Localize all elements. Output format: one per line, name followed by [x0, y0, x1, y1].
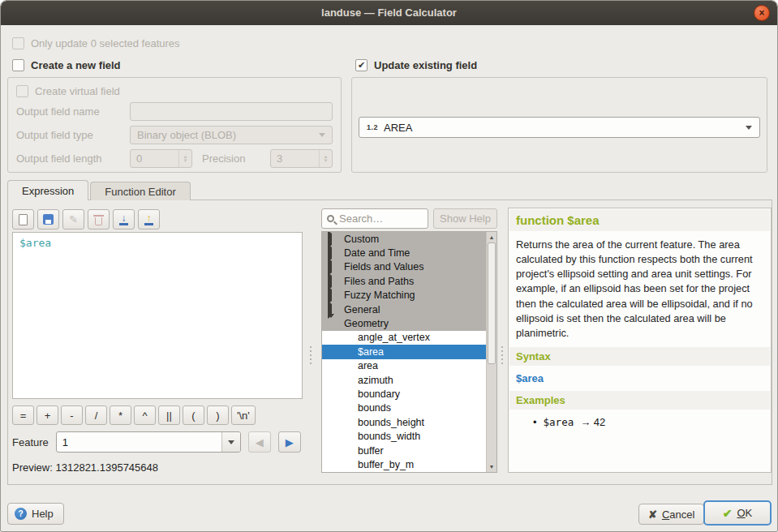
function-item-buffer[interactable]: buffer	[322, 444, 496, 457]
function-item-azimuth[interactable]: azimuth	[322, 373, 496, 387]
expression-editor[interactable]: $area	[12, 232, 303, 399]
create-new-field-checkbox-row[interactable]: Create a new field	[12, 59, 121, 71]
help-icon: ?	[15, 508, 27, 520]
function-item-bounds-width[interactable]: bounds_width	[322, 429, 496, 443]
operator-minus-button[interactable]: -	[61, 405, 83, 425]
pencil-icon: ✎	[69, 213, 78, 225]
existing-field-select[interactable]: 1.2 AREA	[359, 117, 760, 138]
trash-icon	[95, 217, 102, 225]
help-button[interactable]: ? Help	[7, 503, 64, 525]
feature-combobox[interactable]	[56, 431, 241, 453]
function-item-angle-at-vertex[interactable]: angle_at_vertex	[322, 331, 496, 345]
tab-bar: Expression Function Editor	[7, 180, 191, 200]
operator-open-paren-button[interactable]: (	[183, 405, 204, 425]
delete-expression-button[interactable]	[88, 209, 110, 230]
output-field-type-row: Output field type Binary object (BLOB)	[16, 126, 333, 144]
preview-label: Preview:	[12, 461, 53, 474]
operator-close-paren-button[interactable]: )	[207, 405, 229, 425]
triangle-right-icon	[328, 261, 336, 272]
help-syntax-heading: Syntax	[509, 347, 770, 366]
triangle-right-icon	[328, 247, 336, 259]
output-field-length-value: 0	[136, 152, 142, 165]
spinner-arrows-icon[interactable]: ▲▼	[178, 150, 191, 167]
operator-equals-button[interactable]: =	[12, 405, 34, 425]
splitter-handle[interactable]	[501, 346, 503, 364]
function-group-files-paths[interactable]: Files and Paths	[322, 274, 496, 288]
operator-concat-button[interactable]: ||	[158, 405, 180, 425]
function-group-fields-values[interactable]: Fields and Values	[322, 260, 496, 274]
virtual-field-row: Create virtual field	[16, 85, 333, 97]
show-help-button[interactable]: Show Help	[433, 208, 497, 229]
new-expression-button[interactable]	[12, 209, 34, 230]
new-field-group: Create virtual field Output field name O…	[7, 77, 342, 173]
only-update-checkbox-row[interactable]: Only update 0 selected features	[12, 37, 180, 49]
help-syntax-code: $area	[509, 366, 771, 391]
spinner-arrows-icon[interactable]: ▲▼	[319, 150, 332, 167]
feature-label: Feature	[12, 436, 49, 448]
ok-button-label: OK	[737, 507, 752, 519]
update-existing-field-checkbox[interactable]: ✔	[355, 59, 368, 71]
output-field-length-spinner[interactable]: 0 ▲▼	[130, 149, 192, 168]
update-existing-field-checkbox-row[interactable]: ✔ Update existing field	[355, 59, 477, 71]
operator-newline-button[interactable]: '\n'	[231, 405, 256, 425]
update-existing-field-label: Update existing field	[374, 59, 477, 71]
function-item-buffer-by-m[interactable]: buffer_by_m	[322, 457, 496, 471]
function-group-geometry[interactable]: Geometry	[322, 316, 496, 330]
import-expressions-button[interactable]: ↓	[113, 209, 135, 230]
cancel-button[interactable]: ✘ Cancel	[638, 504, 704, 525]
output-field-type-select[interactable]: Binary object (BLOB)	[130, 126, 333, 144]
only-update-checkbox[interactable]	[12, 37, 24, 49]
operator-multiply-button[interactable]: *	[110, 405, 131, 425]
function-search-box[interactable]	[321, 208, 428, 229]
tab-function-editor[interactable]: Function Editor	[90, 182, 190, 200]
help-button-label: Help	[32, 508, 54, 520]
precision-spinner[interactable]: 3 ▲▼	[270, 149, 333, 168]
tab-expression[interactable]: Expression	[7, 180, 88, 200]
splitter-handle[interactable]	[310, 346, 312, 364]
scrollbar-thumb[interactable]	[488, 242, 496, 364]
cancel-button-label: Cancel	[662, 508, 694, 521]
operator-power-button[interactable]: ^	[134, 405, 156, 425]
feature-dropdown-button[interactable]	[221, 432, 240, 452]
scroll-down-icon[interactable]: ▼	[487, 461, 496, 472]
help-example: • $area → 42	[509, 410, 771, 435]
feature-input[interactable]	[57, 436, 221, 448]
preview-row: Preview: 1312821.1395745648	[12, 461, 158, 474]
function-item-boundary[interactable]: boundary	[322, 387, 496, 401]
function-group-date-time[interactable]: Date and Time	[322, 246, 496, 260]
save-icon	[43, 214, 54, 225]
function-item-bounds[interactable]: bounds	[322, 401, 496, 415]
previous-feature-button[interactable]: ◀	[248, 431, 271, 453]
cancel-icon: ✘	[648, 508, 657, 521]
function-group-custom[interactable]: Custom	[322, 232, 496, 246]
triangle-right-icon	[328, 276, 336, 287]
operator-divide-button[interactable]: /	[85, 405, 107, 425]
search-input[interactable]	[339, 212, 423, 225]
function-item-bounds-height[interactable]: bounds_height	[322, 415, 496, 429]
ok-button[interactable]: ✔ OK	[703, 500, 772, 526]
save-expression-button[interactable]	[37, 209, 59, 230]
export-expressions-button[interactable]: ↑	[138, 209, 160, 230]
bullet-icon: •	[533, 416, 537, 428]
next-feature-button[interactable]: ▶	[278, 431, 301, 453]
function-group-fuzzy-matching[interactable]: Fuzzy Matching	[322, 289, 496, 302]
output-field-type-label: Output field type	[16, 129, 130, 141]
scroll-up-icon[interactable]: ▲	[487, 232, 496, 242]
edit-expression-button[interactable]: ✎	[62, 209, 84, 230]
function-group-general[interactable]: General	[322, 302, 496, 316]
function-item-area-var[interactable]: $area	[322, 345, 496, 358]
output-field-name-input[interactable]	[130, 102, 333, 121]
help-description: Returns the area of the current feature.…	[509, 232, 771, 347]
operator-plus-button[interactable]: +	[37, 405, 58, 425]
output-field-length-label: Output field length	[16, 152, 130, 165]
preview-value: 1312821.1395745648	[55, 461, 158, 474]
create-new-field-checkbox[interactable]	[12, 59, 24, 71]
close-icon[interactable]: ×	[754, 5, 770, 21]
function-list-scrollbar[interactable]: ▲ ▼	[486, 232, 496, 472]
output-field-name-label: Output field name	[16, 105, 130, 118]
decimal-field-icon: 1.2	[367, 123, 378, 131]
triangle-right-icon	[328, 290, 336, 301]
create-virtual-field-checkbox[interactable]	[16, 85, 28, 97]
function-item-area[interactable]: area	[322, 359, 496, 373]
check-icon: ✔	[358, 61, 365, 70]
